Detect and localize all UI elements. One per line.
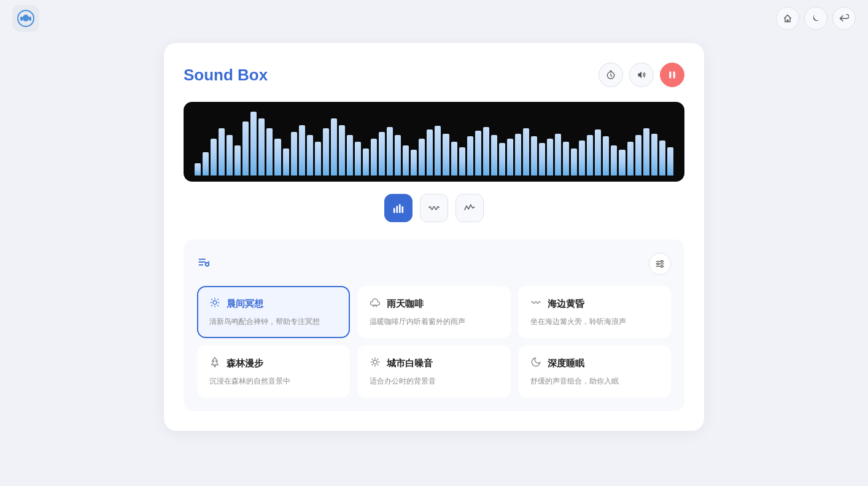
- viz-bar: [443, 134, 449, 176]
- viz-bar: [659, 141, 665, 176]
- viz-bar: [283, 148, 289, 176]
- sound-name-forest: 森林漫步: [227, 358, 263, 369]
- svg-rect-8: [396, 206, 398, 213]
- viz-bar: [347, 135, 353, 176]
- card-header: Sound Box: [184, 63, 684, 87]
- viz-bar: [363, 148, 369, 176]
- viz-bar: [435, 126, 441, 176]
- svg-point-17: [661, 260, 663, 262]
- viz-bar-button[interactable]: [384, 194, 413, 222]
- sound-card-beach[interactable]: 海边黄昏 坐在海边篝火旁，聆听海浪声: [518, 286, 671, 338]
- viz-bar: [667, 147, 673, 176]
- svg-line-28: [211, 299, 212, 300]
- dark-mode-button[interactable]: [804, 7, 827, 30]
- viz-bar: [467, 136, 473, 176]
- viz-bar: [451, 142, 457, 176]
- sound-card-title-row: 雨天咖啡: [370, 297, 498, 311]
- svg-rect-3: [29, 17, 31, 21]
- sound-desc-beach: 坐在海边篝火旁，聆听海浪声: [530, 316, 659, 327]
- viz-bar: [315, 142, 321, 176]
- viz-bar: [571, 148, 577, 176]
- sound-icon-forest: [209, 357, 220, 371]
- sound-name-city: 城市白噪音: [387, 358, 433, 369]
- viz-bar: [258, 118, 265, 176]
- viz-bar: [651, 134, 657, 176]
- visualizer: [184, 102, 684, 182]
- home-button[interactable]: [776, 7, 799, 30]
- viz-bar: [227, 135, 233, 176]
- sound-card-title-row: 城市白噪音: [370, 357, 498, 371]
- viz-wave-button[interactable]: [420, 194, 448, 222]
- viz-bar: [427, 129, 433, 176]
- topbar-right: [776, 7, 856, 30]
- volume-button[interactable]: [629, 63, 654, 87]
- svg-point-25: [213, 301, 217, 304]
- sound-desc-city: 适合办公时的背景音: [370, 376, 498, 387]
- svg-line-33: [217, 299, 219, 300]
- sound-desc-forest: 沉浸在森林的自然音景中: [209, 376, 338, 387]
- main-content: Sound Box: [0, 0, 868, 431]
- svg-rect-6: [673, 71, 675, 78]
- sound-card-forest[interactable]: 森林漫步 沉浸在森林的自然音景中: [197, 345, 350, 398]
- sound-name-sleep: 深度睡眠: [548, 358, 584, 369]
- viz-bar: [635, 135, 641, 176]
- topbar: [0, 0, 868, 37]
- viz-bar: [211, 139, 217, 176]
- sound-desc-rainy: 温暖咖啡厅内听着窗外的雨声: [370, 316, 498, 327]
- svg-point-37: [373, 360, 377, 364]
- svg-rect-5: [669, 71, 671, 78]
- viz-bar: [419, 139, 425, 176]
- viz-bar: [355, 142, 361, 176]
- filter-button[interactable]: [649, 253, 671, 275]
- viz-bar: [274, 139, 281, 176]
- pause-button[interactable]: [660, 63, 684, 87]
- viz-bar: [195, 163, 201, 176]
- viz-bar: [266, 128, 273, 176]
- viz-bar: [203, 152, 209, 176]
- sound-card-sleep[interactable]: 深度睡眠 舒缓的声音组合，助你入眠: [518, 345, 671, 398]
- sound-desc-morning: 清新鸟鸣配合禅钟，帮助专注冥想: [209, 316, 338, 327]
- svg-rect-2: [20, 17, 23, 21]
- header-controls: [599, 63, 684, 87]
- viz-bar: [459, 147, 465, 176]
- viz-bar: [234, 145, 241, 176]
- viz-bar: [323, 128, 329, 176]
- viz-bar: [523, 128, 529, 176]
- viz-bar: [291, 132, 297, 176]
- viz-bar: [619, 150, 625, 176]
- sound-card-title-row: 深度睡眠: [530, 357, 659, 371]
- viz-bar: [250, 112, 257, 176]
- viz-bar: [579, 141, 585, 176]
- viz-bar: [403, 145, 409, 176]
- viz-bar: [507, 139, 513, 176]
- viz-bar: [643, 128, 649, 176]
- viz-line-button[interactable]: [455, 194, 484, 222]
- app-logo[interactable]: [12, 5, 39, 32]
- viz-bar: [371, 139, 377, 176]
- viz-bar: [331, 118, 337, 176]
- sound-icon-sleep: [530, 357, 541, 371]
- viz-bar: [387, 127, 393, 176]
- viz-bar: [515, 134, 521, 176]
- sound-card-rainy[interactable]: 雨天咖啡 温暖咖啡厅内听着窗外的雨声: [357, 286, 510, 338]
- viz-bar: [483, 127, 489, 176]
- back-button[interactable]: [832, 7, 856, 30]
- viz-bar: [242, 122, 249, 176]
- sound-icon-rainy: [370, 297, 381, 311]
- viz-bar: [611, 145, 617, 176]
- viz-bar: [379, 132, 385, 176]
- timer-button[interactable]: [599, 63, 623, 87]
- sound-desc-sleep: 舒缓的声音组合，助你入眠: [530, 376, 659, 387]
- sound-icon-beach: [530, 297, 541, 311]
- viz-bar: [219, 128, 225, 176]
- sound-section: 晨间冥想 清新鸟鸣配合禅钟，帮助专注冥想 雨天咖啡 温暖咖啡厅内听着窗外的雨声 …: [184, 239, 684, 411]
- sound-card-morning[interactable]: 晨间冥想 清新鸟鸣配合禅钟，帮助专注冥想: [197, 286, 350, 338]
- sound-name-rainy: 雨天咖啡: [387, 298, 424, 310]
- viz-bar: [307, 135, 313, 176]
- sound-card-title-row: 晨间冥想: [209, 297, 338, 311]
- sound-card-city[interactable]: 城市白噪音 适合办公时的背景音: [357, 345, 510, 398]
- viz-bar: [555, 134, 561, 176]
- viz-bar: [627, 142, 634, 176]
- viz-bar: [587, 135, 593, 176]
- sound-box-card: Sound Box: [164, 43, 704, 431]
